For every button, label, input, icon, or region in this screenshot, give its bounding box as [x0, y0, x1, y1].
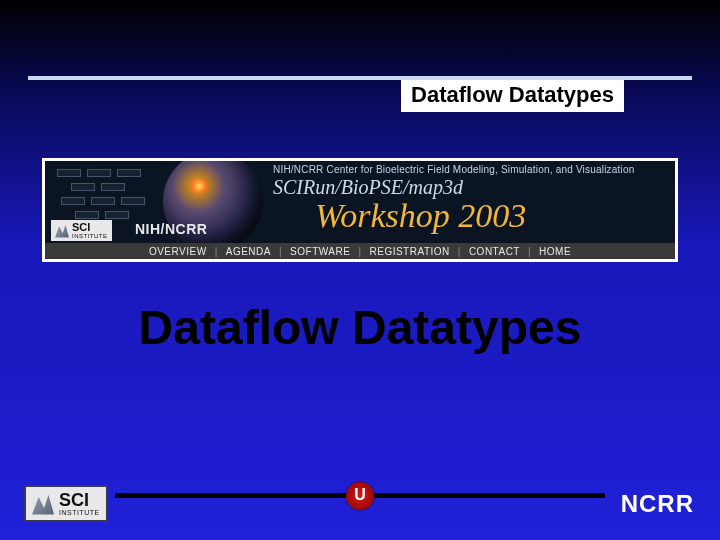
- slide-title: Dataflow Datatypes: [0, 300, 720, 355]
- banner-workshop-label: Workshop 2003: [315, 197, 526, 235]
- nav-home[interactable]: HOME: [537, 246, 573, 257]
- banner-diagram-icon: [53, 167, 173, 223]
- nav-separator: |: [522, 246, 537, 257]
- sci-badge-text: SCI: [72, 222, 108, 233]
- nav-overview[interactable]: OVERVIEW: [147, 246, 209, 257]
- nav-separator: |: [452, 246, 467, 257]
- footer-sci-sub: INSTITUTE: [59, 509, 100, 516]
- nav-separator: |: [273, 246, 288, 257]
- banner-title: SCIRun/BioPSE/map3d: [273, 176, 463, 199]
- nav-agenda[interactable]: AGENDA: [224, 246, 273, 257]
- nav-separator: |: [352, 246, 367, 257]
- nav-contact[interactable]: CONTACT: [467, 246, 522, 257]
- banner-tagline: NIH/NCRR Center for Bioelectric Field Mo…: [273, 164, 634, 175]
- sci-logo-icon: [32, 493, 54, 515]
- banner-nav: OVERVIEW | AGENDA | SOFTWARE | REGISTRAT…: [45, 243, 675, 259]
- university-logo-icon: U: [346, 482, 374, 510]
- nav-registration[interactable]: REGISTRATION: [368, 246, 452, 257]
- footer-ncrr-label: NCRR: [621, 490, 694, 518]
- u-glyph: U: [354, 486, 366, 504]
- nav-separator: |: [209, 246, 224, 257]
- globe-hotspot-icon: [190, 179, 208, 193]
- sci-logo-icon: [55, 224, 69, 238]
- nih-ncrr-label: NIH/NCRR: [135, 221, 207, 237]
- nav-software[interactable]: SOFTWARE: [288, 246, 352, 257]
- workshop-banner: NIH/NCRR Center for Bioelectric Field Mo…: [42, 158, 678, 262]
- footer-sci-text: SCI: [59, 491, 100, 509]
- header-tag: Dataflow Datatypes: [401, 80, 624, 112]
- footer-sci-badge: SCI INSTITUTE: [24, 485, 108, 522]
- banner-graphic: NIH/NCRR Center for Bioelectric Field Mo…: [45, 161, 675, 243]
- sci-badge-sub: INSTITUTE: [72, 233, 108, 239]
- sci-badge: SCI INSTITUTE: [51, 220, 112, 241]
